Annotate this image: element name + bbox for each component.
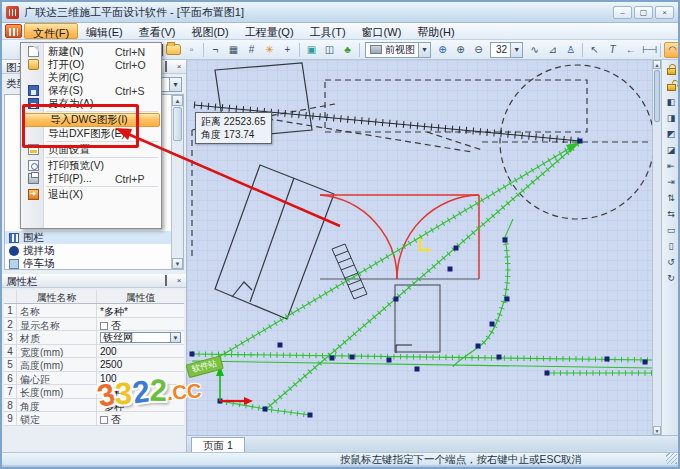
send-left-icon[interactable]: ⇤ xyxy=(663,158,680,173)
checkbox[interactable] xyxy=(100,322,108,330)
close-panel-icon[interactable]: × xyxy=(174,276,184,286)
material-icon[interactable]: ▣ xyxy=(303,42,320,58)
worker-icon[interactable]: ♙ xyxy=(562,42,579,58)
maximize-button[interactable]: ▢ xyxy=(634,6,653,19)
align-right-icon[interactable]: ◨ xyxy=(663,110,680,125)
rotate-right-icon[interactable]: ↻ xyxy=(663,270,680,285)
distribute-vertical-icon[interactable]: ⇅ xyxy=(663,190,680,205)
component-icon[interactable]: ◫ xyxy=(321,42,338,58)
same-height-icon[interactable]: ▯ xyxy=(663,238,680,253)
align-bottom-icon[interactable]: ◪ xyxy=(663,142,680,157)
menu-quantity[interactable]: 工程量(Q) xyxy=(237,23,302,39)
menu-item-save[interactable]: 保存(S) Ctrl+S xyxy=(21,84,161,97)
zoom-level-select[interactable]: 32 ▼ xyxy=(490,42,523,58)
scroll-thumb[interactable] xyxy=(654,70,660,122)
properties-panel-header: 属性栏 × xyxy=(2,274,186,288)
ortho-icon[interactable]: ¬ xyxy=(207,42,224,58)
minimize-button[interactable]: – xyxy=(613,6,632,19)
dimension-icon[interactable]: ⊢⊣ xyxy=(640,42,657,58)
align-left-icon[interactable]: ◧ xyxy=(663,94,680,109)
grid-icon[interactable]: ▦ xyxy=(225,42,242,58)
unlock-icon[interactable] xyxy=(663,78,680,93)
property-value[interactable]: 铁丝网▼ xyxy=(97,331,184,344)
measurement-tooltip: 距离 22523.65 角度 173.74 xyxy=(195,112,272,144)
status-bar: 按鼠标左键指定下一个端点，按右键中止或ESC取消 xyxy=(2,452,678,465)
float-panel-icon[interactable] xyxy=(161,276,171,286)
landscape-icon[interactable]: ♣ xyxy=(339,42,356,58)
scroll-down-icon[interactable]: ▼ xyxy=(172,258,183,269)
right-toolbar: ◧ ◨ ◩ ◪ ⇤ ⇥ ⇅ ⇆ ▭ ▯ ↺ ↻ xyxy=(661,60,680,452)
view-direction-select[interactable]: 前视图 ▼ xyxy=(365,42,431,58)
chevron-down-icon[interactable]: ▼ xyxy=(170,333,180,342)
pick-cursor-icon[interactable]: ↖ xyxy=(586,42,603,58)
scroll-thumb[interactable] xyxy=(173,107,182,141)
save-icon xyxy=(28,85,39,96)
menu-edit[interactable]: 编辑(E) xyxy=(78,23,131,39)
properties-header-row: 属性名称 属性值 xyxy=(4,290,184,304)
material-select[interactable]: 铁丝网▼ xyxy=(100,332,181,343)
menu-item-print-preview[interactable]: 打印预览(V) xyxy=(21,159,161,172)
close-panel-icon[interactable]: × xyxy=(174,62,184,72)
distribute-horizontal-icon[interactable]: ⇆ xyxy=(663,206,680,221)
list-item-fence[interactable]: 围栏 xyxy=(5,231,183,244)
chevron-down-icon[interactable]: ▼ xyxy=(169,78,181,91)
drawing-canvas[interactable]: 距离 22523.65 角度 173.74 xyxy=(187,60,652,435)
menu-viewport[interactable]: 视图(D) xyxy=(183,23,236,39)
tab-page1[interactable]: 页面 1 xyxy=(191,437,245,453)
send-right-icon[interactable]: ⇥ xyxy=(663,174,680,189)
leader-arrow-icon[interactable]: ← xyxy=(622,42,639,58)
polygon-icon[interactable]: ⊿ xyxy=(544,42,561,58)
menu-tools[interactable]: 工具(T) xyxy=(302,23,354,39)
exit-icon xyxy=(28,189,39,200)
list-item-mixing[interactable]: 搅拌场 xyxy=(5,244,183,257)
polyline-icon[interactable]: ∿ xyxy=(526,42,543,58)
scroll-down-icon[interactable]: ▼ xyxy=(653,426,661,435)
float-panel-icon[interactable] xyxy=(161,62,171,72)
app-window: 广联达三维施工平面设计软件 - [平面布置图1] – ▢ × 文件(F) 编辑(… xyxy=(0,0,680,469)
menu-view[interactable]: 查看(V) xyxy=(131,23,184,39)
open-folder-icon[interactable] xyxy=(166,44,181,55)
menu-window[interactable]: 窗口(W) xyxy=(354,23,410,39)
menu-item-open[interactable]: 打开(O) Ctrl+O xyxy=(21,58,161,71)
chevron-down-icon[interactable]: ▼ xyxy=(418,43,430,57)
window-controls: – ▢ × xyxy=(613,6,674,19)
app-logo[interactable] xyxy=(5,24,22,38)
canvas-vertical-scrollbar[interactable]: ▲ ▼ xyxy=(652,60,661,435)
arc-fence-tool-icon[interactable]: ◠ xyxy=(664,42,678,58)
align-top-icon[interactable]: ◩ xyxy=(663,126,680,141)
menu-item-exit[interactable]: 退出(X) xyxy=(21,188,161,201)
property-value[interactable]: 否 xyxy=(97,318,184,331)
menu-item-close[interactable]: 关闭(C) xyxy=(21,71,161,84)
fence-icon xyxy=(9,233,19,243)
window-title: 广联达三维施工平面设计软件 - [平面布置图1] xyxy=(24,5,244,20)
property-value[interactable]: *多种* xyxy=(97,304,184,317)
list-item-parking[interactable]: 停车场 xyxy=(5,257,183,270)
open-folder-icon xyxy=(28,59,39,70)
chevron-down-icon[interactable]: ▼ xyxy=(510,43,522,57)
zoom-in-icon[interactable]: ⊕ xyxy=(452,42,469,58)
rotate-left-icon[interactable]: ↺ xyxy=(663,254,680,269)
menu-help[interactable]: 帮助(H) xyxy=(409,23,462,39)
snap-point-icon[interactable]: ✳ xyxy=(261,42,278,58)
scroll-up-icon[interactable]: ▲ xyxy=(172,95,183,106)
lock-icon[interactable] xyxy=(663,62,680,77)
close-button[interactable]: × xyxy=(655,6,674,19)
snap-grid-icon[interactable]: # xyxy=(243,42,260,58)
menu-item-new[interactable]: 新建(N) Ctrl+N xyxy=(21,45,161,58)
property-value[interactable]: 200 xyxy=(97,345,184,358)
resize-grip[interactable] xyxy=(666,453,677,464)
menu-file[interactable]: 文件(F) xyxy=(24,23,78,39)
zoom-extent-icon[interactable]: ⊕ xyxy=(434,42,451,58)
menu-item-print[interactable]: 打印(P)... Ctrl+P xyxy=(21,172,161,185)
text-tool-icon[interactable]: T xyxy=(604,42,621,58)
crosshair-icon[interactable]: + xyxy=(279,42,296,58)
same-width-icon[interactable]: ▭ xyxy=(663,222,680,237)
printer-icon xyxy=(28,173,39,184)
select-rect-icon[interactable]: ▫ xyxy=(183,42,200,58)
annotation-highlight-box xyxy=(22,104,139,148)
zoom-out-icon[interactable]: ⊖ xyxy=(470,42,487,58)
table-row: 2显示名称否 xyxy=(4,318,184,332)
scroll-up-icon[interactable]: ▲ xyxy=(653,60,661,69)
element-list-scrollbar[interactable]: ▲ ▼ xyxy=(171,95,183,269)
menu-bar: 文件(F) 编辑(E) 查看(V) 视图(D) 工程量(Q) 工具(T) 窗口(… xyxy=(2,23,678,40)
